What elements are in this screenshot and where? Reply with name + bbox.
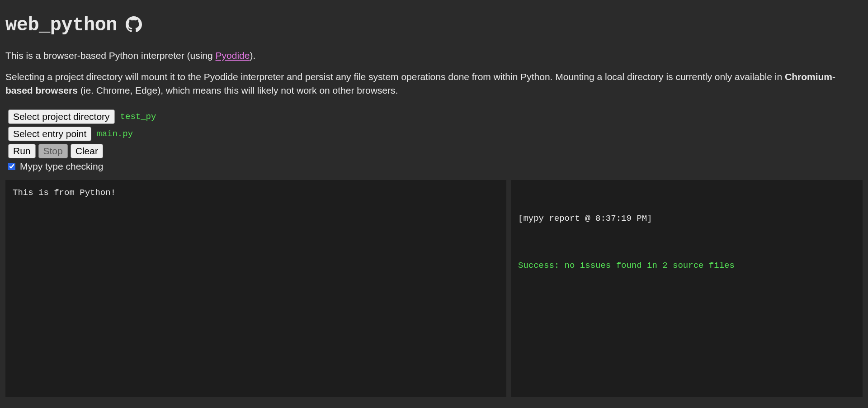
clear-button[interactable]: Clear (71, 144, 103, 158)
page-header: web_python (5, 14, 863, 36)
action-row: Run Stop Clear (8, 144, 860, 158)
mypy-checkbox-row: Mypy type checking (8, 161, 860, 172)
stop-button: Stop (38, 144, 68, 158)
select-entry-button[interactable]: Select entry point (8, 127, 91, 141)
mypy-checkbox[interactable] (8, 163, 15, 170)
entry-row: Select entry point main.py (8, 127, 860, 141)
mypy-panel[interactable]: [mypy report @ 8:37:19 PM] Success: no i… (511, 180, 863, 397)
intro-paragraph-1: This is a browser-based Python interpret… (5, 49, 863, 62)
directory-row: Select project directory test_py (8, 109, 860, 124)
github-link[interactable] (125, 17, 142, 34)
github-icon (126, 16, 142, 35)
stdout-panel[interactable]: This is from Python! (5, 180, 506, 397)
stdout-text: This is from Python! (13, 188, 116, 198)
intro-paragraph-2: Selecting a project directory will mount… (5, 70, 863, 97)
selected-entry-label: main.py (97, 129, 133, 139)
pyodide-link[interactable]: Pyodide (216, 50, 250, 61)
selected-directory-label: test_py (120, 112, 156, 122)
mypy-report-header: [mypy report @ 8:37:19 PM] (518, 212, 855, 225)
run-button[interactable]: Run (8, 144, 36, 158)
controls-section: Select project directory test_py Select … (5, 105, 863, 172)
output-panels: This is from Python! [mypy report @ 8:37… (5, 180, 863, 397)
mypy-checkbox-label: Mypy type checking (20, 161, 103, 172)
select-directory-button[interactable]: Select project directory (8, 109, 115, 124)
mypy-report-result: Success: no issues found in 2 source fil… (518, 259, 855, 272)
page-title: web_python (5, 14, 117, 36)
